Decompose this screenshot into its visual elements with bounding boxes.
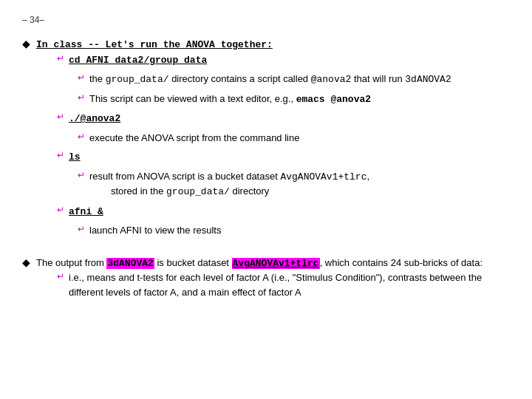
arrow-icon-cd-sub1: ↵ bbox=[78, 72, 85, 83]
cd-sub-items: ↵ the group_data/ directory contains a s… bbox=[78, 72, 510, 106]
section1-title-text: In class -- Let's run the ANOVA together… bbox=[36, 39, 273, 50]
item-afni-block: ↵ afni & ↵ launch AFNI to view the resul… bbox=[57, 204, 510, 238]
cd-sub2-text: This script can be viewed with a text ed… bbox=[89, 92, 510, 107]
emacs-anova2: emacs @anova2 bbox=[296, 94, 371, 105]
arrow-icon-cd-sub2: ↵ bbox=[78, 92, 85, 103]
diamond-bullet-2: ◆ The output from 3dANOVA2 is bucket dat… bbox=[22, 256, 510, 304]
anova2-script: @anova2 bbox=[311, 74, 352, 85]
item-afni: ↵ afni & bbox=[57, 204, 510, 219]
item-ls: ↵ ls bbox=[57, 149, 510, 165]
anova-command: ./@anova2 bbox=[69, 113, 120, 124]
afni-sub1: ↵ launch AFNI to view the results bbox=[78, 223, 510, 238]
item-afni-label: afni & bbox=[69, 204, 510, 219]
cd-sub1-text: the group_data/ directory contains a scr… bbox=[89, 72, 510, 87]
diamond-icon-2: ◆ bbox=[22, 256, 30, 268]
main-effect-text: main effect of factor A bbox=[208, 287, 301, 298]
ls-sub1-text: result from ANOVA script is a bucket dat… bbox=[89, 169, 510, 200]
arrow-icon-anova-sub1: ↵ bbox=[78, 132, 85, 142]
arrow-icon-afni: ↵ bbox=[57, 205, 64, 215]
afni-sub1-text: launch AFNI to view the results bbox=[89, 223, 510, 238]
section1-content: In class -- Let's run the ANOVA together… bbox=[36, 37, 510, 242]
page-number: – 34– bbox=[22, 15, 510, 25]
diamond-bullet-1: ◆ In class -- Let's run the ANOVA togeth… bbox=[22, 37, 510, 242]
diamond-icon-1: ◆ bbox=[22, 38, 30, 50]
arrow-icon-ls: ↵ bbox=[57, 150, 64, 160]
section2-title: The output from 3dANOVA2 is bucket datas… bbox=[36, 256, 510, 271]
3danova2-highlight: 3dANOVA2 bbox=[106, 258, 154, 269]
item-ls-block: ↵ ls ↵ result from ANOVA script is a buc… bbox=[57, 149, 510, 200]
cd-sub1: ↵ the group_data/ directory contains a s… bbox=[78, 72, 510, 87]
item-ls-label: ls bbox=[69, 149, 510, 165]
avganova-ref: AvgANOVAv1+tlrc bbox=[280, 171, 366, 183]
section2-sub-items: ↵ i.e., means and t-tests for each level… bbox=[57, 270, 510, 299]
anova-sub1-text: execute the ANOVA script from the comman… bbox=[89, 131, 510, 146]
arrow-icon-anova: ↵ bbox=[57, 112, 64, 122]
ls-sub-items: ↵ result from ANOVA script is a bucket d… bbox=[78, 169, 510, 200]
group-data-dir: group_data/ bbox=[106, 74, 169, 85]
ls-sub1: ↵ result from ANOVA script is a bucket d… bbox=[78, 169, 510, 200]
arrow-icon-afni-sub1: ↵ bbox=[78, 224, 85, 234]
item-anova-label: ./@anova2 bbox=[69, 111, 510, 126]
afni-sub-items: ↵ launch AFNI to view the results bbox=[78, 223, 510, 238]
output-sub1: ↵ i.e., means and t-tests for each level… bbox=[57, 270, 510, 299]
section-output: ◆ The output from 3dANOVA2 is bucket dat… bbox=[22, 256, 510, 304]
item-anova-block: ↵ ./@anova2 ↵ execute the ANOVA script f… bbox=[57, 111, 510, 145]
cd-command: cd AFNI_data2/group_data bbox=[69, 55, 207, 66]
afni-command: afni & bbox=[69, 206, 103, 217]
item-cd-block: ↵ cd AFNI_data2/group_data ↵ the group_d… bbox=[57, 52, 510, 107]
output-sub1-text: i.e., means and t-tests for each level o… bbox=[69, 270, 510, 299]
section1-title: In class -- Let's run the ANOVA together… bbox=[36, 38, 273, 50]
arrow-icon-ls-sub1: ↵ bbox=[78, 170, 85, 180]
section-in-class: ◆ In class -- Let's run the ANOVA togeth… bbox=[22, 37, 510, 242]
item-cd: ↵ cd AFNI_data2/group_data bbox=[57, 52, 510, 68]
group-data-dir2: group_data/ bbox=[166, 186, 230, 197]
cd-sub2: ↵ This script can be viewed with a text … bbox=[78, 92, 510, 107]
avganova-highlight: AvgANOVAv1+tlrc bbox=[232, 258, 320, 269]
anova-sub1: ↵ execute the ANOVA script from the comm… bbox=[78, 131, 510, 146]
section2-content: The output from 3dANOVA2 is bucket datas… bbox=[36, 256, 510, 304]
item-anova: ↵ ./@anova2 bbox=[57, 111, 510, 126]
arrow-icon-cd: ↵ bbox=[57, 53, 64, 64]
anova-sub-items: ↵ execute the ANOVA script from the comm… bbox=[78, 131, 510, 146]
arrow-icon-output-sub1: ↵ bbox=[57, 271, 64, 282]
item-cd-label: cd AFNI_data2/group_data bbox=[69, 52, 510, 68]
3danova2-ref: 3dANOVA2 bbox=[405, 74, 451, 85]
ls-command: ls bbox=[69, 151, 81, 163]
